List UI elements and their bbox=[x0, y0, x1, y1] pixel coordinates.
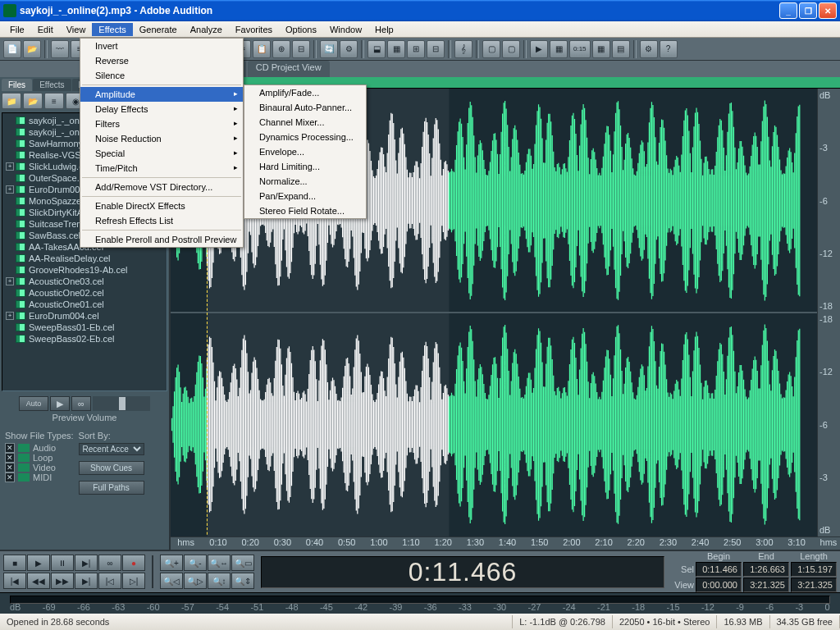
stop-button[interactable]: ■ bbox=[3, 555, 26, 571]
filetype-midi[interactable]: ✕MIDI bbox=[5, 472, 74, 482]
menu-help[interactable]: Help bbox=[368, 23, 400, 36]
minimize-button[interactable]: _ bbox=[779, 2, 797, 19]
close-button[interactable]: ✕ bbox=[819, 2, 837, 19]
sel-value[interactable]: 3:21.325 bbox=[743, 578, 789, 592]
menu-item-filters[interactable]: Filters bbox=[80, 116, 243, 131]
options-icon[interactable]: ⚙ bbox=[640, 40, 658, 58]
transport-play-icon[interactable]: ▶ bbox=[530, 40, 548, 58]
file-item[interactable]: SweepBass01-Eb.cel bbox=[4, 322, 165, 333]
menu-options[interactable]: Options bbox=[279, 23, 323, 36]
sel-value[interactable]: 1:15.197 bbox=[791, 562, 837, 577]
marker-icon[interactable]: ⬓ bbox=[368, 40, 386, 58]
zoom-in-h-button[interactable]: 🔍+ bbox=[160, 555, 183, 571]
menu-item-pan-expand-[interactable]: Pan/Expand... bbox=[244, 189, 366, 203]
filetype-video[interactable]: ✕Video bbox=[5, 463, 74, 472]
align-icon[interactable]: ⊟ bbox=[427, 40, 445, 58]
sel-value[interactable]: 1:26.663 bbox=[743, 562, 789, 577]
sel-value[interactable]: 0:11.466 bbox=[696, 562, 742, 577]
menu-item-normalize-[interactable]: Normalize... bbox=[244, 174, 366, 189]
show-cues-button[interactable]: Show Cues bbox=[79, 461, 144, 475]
settings-icon[interactable]: ⚙ bbox=[340, 40, 358, 58]
zoom-out-v-button[interactable]: 🔍⇕ bbox=[231, 573, 254, 589]
sel-value[interactable]: 3:21.325 bbox=[791, 578, 837, 592]
menu-item-time-pitch[interactable]: Time/Pitch bbox=[80, 161, 243, 176]
zoom-in-left-button[interactable]: 🔍◁ bbox=[160, 573, 183, 589]
full-paths-button[interactable]: Full Paths bbox=[79, 481, 144, 495]
filetype-audio[interactable]: ✕Audio bbox=[5, 443, 74, 453]
play-to-end-button[interactable]: ▶| bbox=[75, 555, 98, 571]
help-icon[interactable]: ? bbox=[660, 40, 678, 58]
go-start-button[interactable]: |◀ bbox=[3, 573, 26, 589]
zoom-in-v-button[interactable]: 🔍↕ bbox=[208, 573, 231, 589]
trim-icon[interactable]: ⊟ bbox=[292, 40, 310, 58]
prev-marker-button[interactable]: |◁ bbox=[98, 573, 121, 589]
play-button[interactable]: ▶ bbox=[27, 555, 50, 571]
loop-button[interactable]: ∞ bbox=[98, 555, 121, 571]
menu-item-special[interactable]: Special bbox=[80, 146, 243, 161]
preview-loop-button[interactable]: ∞ bbox=[71, 396, 91, 411]
zoom-out-h-button[interactable]: 🔍- bbox=[184, 555, 207, 571]
mix-paste-icon[interactable]: ⊕ bbox=[272, 40, 290, 58]
file-item[interactable]: AA-RealiseDelay.cel bbox=[4, 253, 165, 264]
zoom-panel-icon[interactable]: ▦ bbox=[550, 40, 568, 58]
menu-item-silence[interactable]: Silence bbox=[80, 68, 243, 83]
measure-icon[interactable]: 𝄞 bbox=[454, 40, 472, 58]
preview-volume-slider[interactable] bbox=[93, 396, 150, 411]
close-file-icon[interactable]: 📂 bbox=[23, 93, 43, 109]
rewind-button[interactable]: ◀◀ bbox=[27, 573, 50, 589]
menu-file[interactable]: File bbox=[3, 23, 31, 36]
sidebar-tab-effects[interactable]: Effects bbox=[33, 79, 71, 91]
menu-item-envelope-[interactable]: Envelope... bbox=[244, 144, 366, 159]
menu-item-invert[interactable]: Invert bbox=[80, 39, 243, 53]
fforward-button[interactable]: ▶▶ bbox=[51, 573, 74, 589]
open-file-icon[interactable]: 📂 bbox=[23, 40, 41, 58]
level-icon[interactable]: ▤ bbox=[612, 40, 630, 58]
menu-item-delay-effects[interactable]: Delay Effects bbox=[80, 102, 243, 116]
menu-item-enable-directx-effects[interactable]: Enable DirectX Effects bbox=[80, 199, 243, 213]
sort-by-select[interactable]: Recent Acce bbox=[79, 443, 144, 455]
filetype-loop[interactable]: ✕Loop bbox=[5, 453, 74, 463]
edit-view-icon[interactable]: 〰 bbox=[51, 40, 69, 58]
menu-edit[interactable]: Edit bbox=[31, 23, 60, 36]
insert-multitrack-icon[interactable]: ≡ bbox=[44, 93, 64, 109]
file-item[interactable]: SweepBass02-Eb.cel bbox=[4, 333, 165, 345]
timeline-ruler[interactable]: hms0:100:200:300:400:501:001:101:201:301… bbox=[171, 536, 840, 550]
menu-item-enable-preroll-and-postroll-preview[interactable]: Enable Preroll and Postroll Preview bbox=[80, 232, 243, 247]
menu-item-amplify-fade-[interactable]: Amplify/Fade... bbox=[244, 85, 366, 100]
new-file-icon[interactable]: 📄 bbox=[3, 40, 21, 58]
menu-effects[interactable]: Effects bbox=[92, 23, 132, 36]
file-item[interactable]: AcousticOne02.cel bbox=[4, 287, 165, 299]
menu-favorites[interactable]: Favorites bbox=[229, 23, 279, 36]
group-icon[interactable]: ▦ bbox=[387, 40, 405, 58]
snap-icon[interactable]: ⊞ bbox=[407, 40, 425, 58]
zoom-in-right-button[interactable]: 🔍▷ bbox=[184, 573, 207, 589]
menu-item-channel-mixer-[interactable]: Channel Mixer... bbox=[244, 115, 366, 130]
go-end-button[interactable]: ▶| bbox=[75, 573, 98, 589]
auto-preview-button[interactable]: Auto bbox=[19, 396, 48, 411]
menu-generate[interactable]: Generate bbox=[133, 23, 184, 36]
sidebar-tab-files[interactable]: Files bbox=[2, 79, 32, 91]
menu-item-add-remove-vst-directory-[interactable]: Add/Remove VST Directory... bbox=[80, 180, 243, 194]
window-b-icon[interactable]: ▢ bbox=[502, 40, 520, 58]
time-display[interactable]: 0:11.466 bbox=[261, 556, 664, 588]
menu-item-refresh-effects-list[interactable]: Refresh Effects List bbox=[80, 213, 243, 228]
menu-analyze[interactable]: Analyze bbox=[184, 23, 229, 36]
file-item[interactable]: +AcousticOne03.cel bbox=[4, 276, 165, 287]
record-button[interactable]: ● bbox=[122, 555, 145, 571]
file-item[interactable]: AcousticOne01.cel bbox=[4, 299, 165, 310]
menu-view[interactable]: View bbox=[60, 23, 93, 36]
import-file-icon[interactable]: 📁 bbox=[2, 93, 21, 109]
preview-play-button[interactable]: ▶ bbox=[50, 396, 70, 411]
zoom-full-button[interactable]: 🔍↔ bbox=[208, 555, 231, 571]
sel-view-icon[interactable]: ▦ bbox=[592, 40, 610, 58]
menu-window[interactable]: Window bbox=[323, 23, 368, 36]
menu-item-reverse[interactable]: Reverse bbox=[80, 53, 243, 68]
file-item[interactable]: GrooveRhodes19-Ab.cel bbox=[4, 264, 165, 276]
pause-button[interactable]: ⏸ bbox=[51, 555, 74, 571]
menu-item-hard-limiting-[interactable]: Hard Limiting... bbox=[244, 159, 366, 174]
menu-item-binaural-auto-panner-[interactable]: Binaural Auto-Panner... bbox=[244, 100, 366, 115]
window-a-icon[interactable]: ▢ bbox=[482, 40, 500, 58]
menu-item-noise-reduction[interactable]: Noise Reduction bbox=[80, 131, 243, 146]
file-item[interactable]: +EuroDrum004.cel bbox=[4, 310, 165, 322]
menu-item-stereo-field-rotate-[interactable]: Stereo Field Rotate... bbox=[244, 203, 366, 218]
